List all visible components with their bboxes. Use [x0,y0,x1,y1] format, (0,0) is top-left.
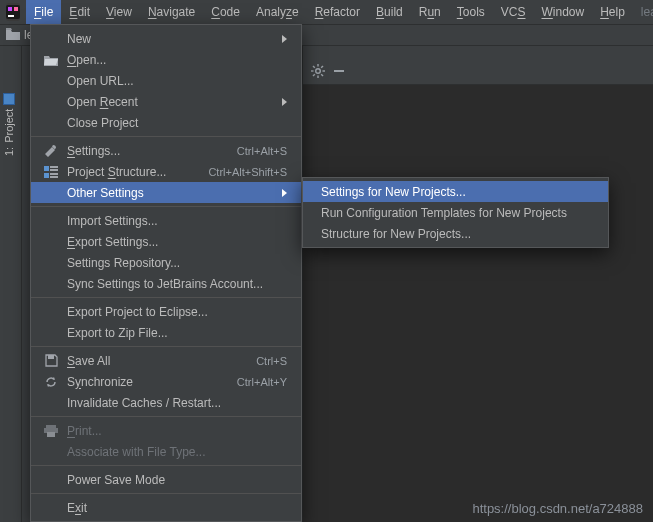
menu-settings[interactable]: Settings... Ctrl+Alt+S [31,140,301,161]
save-icon [43,353,59,369]
chevron-right-icon [282,189,287,197]
menu-navigate[interactable]: Navigate [140,0,203,24]
watermark: https://blog.csdn.net/a724888 [472,501,643,516]
menu-open[interactable]: Open... [31,49,301,70]
submenu-structure-new-projects[interactable]: Structure for New Projects... [303,223,608,244]
app-icon [6,3,20,21]
other-settings-submenu: Settings for New Projects... Run Configu… [302,177,609,248]
menu-separator [31,465,301,466]
svg-rect-17 [44,173,49,178]
svg-point-4 [316,68,321,73]
print-icon [43,423,59,439]
gear-icon[interactable] [311,64,325,81]
svg-rect-2 [14,7,18,11]
minimize-icon[interactable] [333,65,345,80]
menu-new[interactable]: New [31,28,301,49]
menu-refactor[interactable]: Refactor [307,0,368,24]
menu-separator [31,206,301,207]
svg-rect-3 [8,15,14,17]
menu-export-eclipse[interactable]: Export Project to Eclipse... [31,301,301,322]
menu-invalidate-caches[interactable]: Invalidate Caches / Restart... [31,392,301,413]
svg-rect-1 [8,7,12,11]
menu-associate-file-type[interactable]: Associate with File Type... [31,441,301,462]
menu-separator [31,136,301,137]
menu-project-structure[interactable]: Project Structure... Ctrl+Alt+Shift+S [31,161,301,182]
menu-help[interactable]: Help [592,0,633,24]
left-sidebar: 1: Project [0,46,22,522]
menu-run[interactable]: Run [411,0,449,24]
menu-separator [31,297,301,298]
svg-rect-23 [47,432,55,437]
menu-export-zip[interactable]: Export to Zip File... [31,322,301,343]
svg-rect-21 [46,425,56,428]
menu-separator [31,493,301,494]
menu-separator [31,416,301,417]
svg-rect-14 [44,166,49,171]
svg-rect-15 [50,166,58,168]
menubar: File Edit View Navigate Code Analyze Ref… [0,0,653,24]
menu-build[interactable]: Build [368,0,411,24]
menu-window[interactable]: Window [533,0,592,24]
svg-rect-18 [50,173,58,175]
chevron-right-icon [282,98,287,106]
menu-settings-repository[interactable]: Settings Repository... [31,252,301,273]
editor-area [303,84,653,522]
menu-edit[interactable]: Edit [61,0,98,24]
editor-toolbar [303,60,353,84]
menu-close-project[interactable]: Close Project [31,112,301,133]
menu-power-save[interactable]: Power Save Mode [31,469,301,490]
project-structure-icon [43,164,59,180]
menu-file[interactable]: File [26,0,61,24]
menu-separator [31,346,301,347]
svg-rect-20 [48,355,54,359]
sync-icon [43,374,59,390]
menu-export-settings[interactable]: Export Settings... [31,231,301,252]
menu-synchronize[interactable]: Synchronize Ctrl+Alt+Y [31,371,301,392]
menu-view[interactable]: View [98,0,140,24]
sidebar-tab-project[interactable]: 1: Project [3,93,15,156]
wrench-icon [43,143,59,159]
menubar-trail: learn [633,0,653,24]
svg-rect-19 [50,176,58,178]
menu-exit[interactable]: Exit [31,497,301,518]
menu-print[interactable]: Print... [31,420,301,441]
submenu-settings-new-projects[interactable]: Settings for New Projects... [303,181,608,202]
menu-sync-jetbrains[interactable]: Sync Settings to JetBrains Account... [31,273,301,294]
svg-rect-16 [50,169,58,171]
project-icon [3,93,15,105]
menu-vcs[interactable]: VCS [493,0,534,24]
folder-icon [6,28,20,43]
svg-line-10 [321,74,323,76]
svg-rect-13 [334,70,344,72]
menu-open-url[interactable]: Open URL... [31,70,301,91]
menu-import-settings[interactable]: Import Settings... [31,210,301,231]
menu-save-all[interactable]: Save All Ctrl+S [31,350,301,371]
file-menu-dropdown: New Open... Open URL... Open Recent Clos… [30,24,302,522]
chevron-right-icon [282,35,287,43]
submenu-run-config-templates[interactable]: Run Configuration Templates for New Proj… [303,202,608,223]
menu-open-recent[interactable]: Open Recent [31,91,301,112]
menu-tools[interactable]: Tools [449,0,493,24]
menu-code[interactable]: Code [203,0,248,24]
svg-line-12 [313,74,315,76]
open-folder-icon [43,52,59,68]
svg-line-11 [321,66,323,68]
menu-other-settings[interactable]: Other Settings [31,182,301,203]
svg-line-9 [313,66,315,68]
menu-analyze[interactable]: Analyze [248,0,307,24]
